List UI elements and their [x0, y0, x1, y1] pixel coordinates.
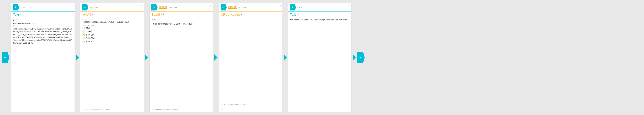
- radio-sha512-circle: [82, 40, 85, 43]
- panel-url-close-btn[interactable]: ×: [280, 5, 281, 7]
- variant-caret-icon: ▾: [192, 23, 193, 25]
- checkmark-icon: ✓: [13, 108, 15, 111]
- right-add-button[interactable]: +: [357, 52, 365, 63]
- radio-sha256[interactable]: SHA-256: [82, 34, 142, 36]
- panel-view1-header: + VIEW ×: [11, 3, 74, 11]
- panel-view2-close-btn[interactable]: ×: [349, 5, 350, 7]
- panel-view2-checkmark: ✓: [288, 107, 352, 112]
- panel-base64-header-labels: ENCODE DECODE: [159, 6, 177, 8]
- panel-base64-header: + ENCODE DECODE ×: [150, 3, 213, 11]
- connector-4: [282, 3, 288, 112]
- panel-view1-body: POST mws.amazonservices.com / AWSAccessK…: [11, 17, 74, 107]
- algorithm-label: ALGORITHM: [82, 24, 142, 26]
- panel-view2-title-btn[interactable]: Text - ▾: [290, 13, 300, 16]
- panel-view1: + VIEW × Text ▾ POST mws.amazonservices.…: [11, 3, 75, 112]
- panel-base64-close-btn[interactable]: ×: [210, 5, 212, 7]
- key-label: KEY: [82, 19, 142, 21]
- panel-base64-add-btn[interactable]: +: [151, 4, 158, 10]
- radio-md5-circle: [82, 27, 85, 29]
- panel-encode1-add-btn[interactable]: +: [82, 4, 88, 10]
- variant-field: VARIANT Standard 'base64' (RFC 3548, RFC…: [152, 19, 211, 27]
- panel-view1-type-label: VIEW: [20, 6, 26, 8]
- radio-sha1-circle: [82, 30, 85, 33]
- radio-sha1[interactable]: SHA-1: [82, 30, 142, 33]
- variant-label: VARIANT: [152, 19, 211, 21]
- panel-encode1-status: → Encoded 316 chars in 4.6ms: [80, 107, 144, 112]
- radio-md5[interactable]: MD5: [82, 27, 142, 29]
- panel-view2-add-btn[interactable]: +: [290, 4, 296, 10]
- arrow-right-icon: →: [152, 108, 154, 111]
- panel-base64: + ENCODE DECODE × Base64 ▾ VARIANT Stand…: [150, 3, 213, 112]
- panel-url-header: + ENCODE DECODE ×: [219, 3, 282, 11]
- radio-sha1-label: SHA-1: [86, 30, 92, 33]
- radio-sha384-label: SHA-384: [86, 37, 94, 39]
- panel-view1-add-btn[interactable]: +: [13, 4, 19, 10]
- panel-encode1-body: KEY 9983f787b2432c338dbe36e7c2d54e8a1e02…: [80, 17, 144, 107]
- connector-2: [144, 3, 150, 112]
- panel-url-header-labels: ENCODE DECODE: [228, 6, 246, 8]
- plus-icon: +: [4, 56, 6, 60]
- panel-url-encoding: + ENCODE DECODE × URL encoding ▾ → Encod…: [219, 3, 282, 112]
- panel-view2-text: tF%2fbeXJrzllrsSe7C5VCazQe%2bpzsyGn3rSCb…: [290, 19, 350, 21]
- panel-view1-text: POST mws.amazonservices.com / AWSAccessK…: [13, 19, 72, 105]
- panel-encode1-status-text: Encoded 316 chars in 4.6ms: [86, 109, 110, 111]
- panel-url-title-btn[interactable]: URL encoding ▾: [221, 13, 242, 16]
- panel-view1-title-btn[interactable]: Text ▾: [13, 13, 21, 16]
- panel-base64-body: VARIANT Standard 'base64' (RFC 3548, RFC…: [150, 17, 213, 107]
- plus-icon: +: [84, 5, 86, 9]
- panel-view1-selector-row: Text ▾: [11, 11, 74, 17]
- panel-view1-close-btn[interactable]: ×: [72, 5, 73, 7]
- panel-encode1-selector-row: HMAC ▾: [80, 11, 144, 17]
- plus-icon: +: [14, 5, 16, 9]
- panel-view1-checkmark: ✓: [11, 107, 74, 112]
- panel-url-decode-tab[interactable]: DECODE: [238, 6, 246, 8]
- panel-view2-selector-row: Text - ▾: [288, 11, 352, 17]
- panel-encode1-title: HMAC: [82, 13, 92, 16]
- panel-url-status-text: Encoded 44 chars in 0ms: [224, 104, 246, 106]
- panel-url-checkmark: ✓: [219, 107, 282, 112]
- panel-base64-status: → Encoded 32 bytes in 0.09ms: [150, 107, 213, 112]
- radio-sha512-label: SHA-512: [86, 40, 94, 43]
- variant-selector-row: Standard 'base64' (RFC 3548, RFC 4648) ▾: [152, 21, 211, 27]
- radio-sha384-circle: [82, 37, 85, 39]
- panel-encode1-title-btn[interactable]: HMAC ▾: [82, 13, 93, 16]
- panel-base64-title: Base64: [152, 13, 162, 16]
- variant-select[interactable]: Standard 'base64' (RFC 3548, RFC 4648) ▾: [152, 22, 195, 26]
- panel-url-encode-tab[interactable]: ENCODE: [228, 6, 236, 8]
- arrow-right-icon: →: [221, 103, 223, 106]
- key-value: 9983f787b2432c338dbe36e7c2d54e8a1e02e5ae…: [82, 21, 142, 23]
- panel-view1-title: Text: [13, 13, 19, 16]
- panel-encode1-type-label: ENCODE: [90, 6, 98, 8]
- radio-sha256-label: SHA-256: [86, 34, 94, 36]
- panel-url-selector-row: URL encoding ▾: [219, 11, 282, 17]
- connector-1: [75, 3, 80, 112]
- radio-sha256-circle: [82, 34, 85, 36]
- variant-value: Standard 'base64' (RFC 3548, RFC 4648): [153, 23, 192, 25]
- left-add-button[interactable]: +: [2, 52, 9, 63]
- plus-icon: +: [291, 5, 294, 9]
- algorithm-radio-group: MD5 SHA-1 SHA-256 SHA-384: [82, 27, 142, 43]
- panel-url-body: [219, 17, 282, 102]
- radio-sha384[interactable]: SHA-384: [82, 37, 142, 39]
- panel-encode1-close-btn[interactable]: ×: [141, 5, 142, 7]
- panel-base64-encode-tab[interactable]: ENCODE: [159, 6, 167, 8]
- key-field: KEY 9983f787b2432c338dbe36e7c2d54e8a1e02…: [82, 19, 142, 23]
- panel-view2: + VIEW × Text - ▾ tF%2fbeXJrzllrsSe7C5VC…: [288, 3, 352, 112]
- plus-icon: +: [359, 56, 362, 60]
- panel-url-add-btn[interactable]: +: [220, 4, 227, 10]
- panel-base64-title-btn[interactable]: Base64 ▾: [152, 13, 164, 16]
- radio-sha512[interactable]: SHA-512: [82, 40, 142, 43]
- panel-view2-header: + VIEW ×: [288, 3, 352, 11]
- panel-view2-type-label: VIEW: [298, 6, 302, 8]
- panel-base64-caret-icon: ▾: [163, 13, 164, 16]
- checkmark-icon: ✓: [221, 108, 223, 111]
- radio-md5-label: MD5: [86, 27, 90, 29]
- panel-view2-caret-icon: ▾: [298, 13, 300, 16]
- panel-encode1-caret-icon: ▾: [92, 13, 93, 16]
- panel-base64-status-text: Encoded 32 bytes in 0.09ms: [155, 109, 179, 111]
- panel-base64-decode-tab[interactable]: DECODE: [169, 6, 177, 8]
- panel-view2-title: Text -: [290, 13, 298, 16]
- algorithm-field: ALGORITHM MD5 SHA-1 SHA-256: [82, 24, 142, 43]
- panel-url-caret-icon: ▾: [241, 13, 242, 16]
- arrow-right-icon: →: [82, 108, 85, 111]
